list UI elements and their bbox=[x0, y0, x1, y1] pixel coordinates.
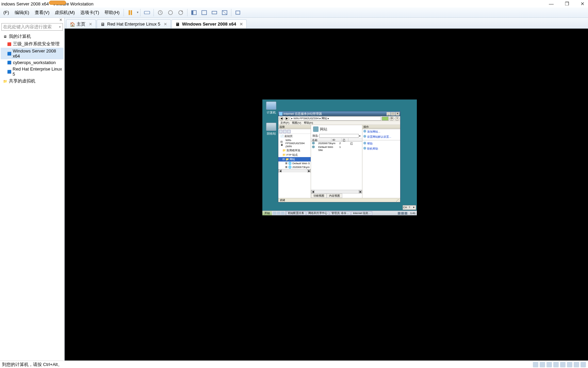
taskbar-clock[interactable]: 1:41 bbox=[409, 212, 417, 215]
tree-item-vm3[interactable]: 🟦 cyberops_workstation bbox=[1, 59, 64, 66]
device-icon[interactable] bbox=[540, 362, 545, 367]
iis-menu-view[interactable]: 视图(V) bbox=[292, 121, 301, 125]
device-icon[interactable] bbox=[574, 362, 579, 367]
console-button[interactable] bbox=[220, 8, 229, 17]
menu-edit[interactable]: 编辑(E) bbox=[12, 8, 32, 17]
manage-snapshots-button[interactable] bbox=[176, 8, 185, 17]
back-button[interactable]: ◀ bbox=[279, 117, 284, 121]
language-bar[interactable]: CH ? ▾ bbox=[403, 205, 416, 210]
list-hscrollbar[interactable]: ◀ ▶ bbox=[311, 190, 362, 193]
action-site-defaults[interactable]: 设置网站默认设置... bbox=[362, 134, 400, 139]
scroll-left-icon[interactable]: ◀ bbox=[311, 190, 314, 193]
go-button[interactable] bbox=[382, 117, 389, 121]
ql-item[interactable] bbox=[273, 212, 276, 215]
tab-redhat[interactable]: 🖥 Red Hat Enterprise Linux 5 ✕ bbox=[97, 19, 171, 28]
unity-button[interactable] bbox=[200, 8, 209, 17]
menu-file[interactable]: (F) bbox=[1, 9, 12, 16]
sidebar-search-input[interactable]: 在此处键入内容进行搜索 ▼ bbox=[1, 23, 63, 31]
iis-maximize-button[interactable]: □ bbox=[391, 112, 395, 116]
tree-app-pools[interactable]: 📁 应用程序池 bbox=[278, 148, 311, 153]
tab-home[interactable]: 🏠 主页 ✕ bbox=[66, 19, 96, 28]
col-name[interactable]: 名称 bbox=[311, 138, 331, 141]
maximize-button[interactable]: ❐ bbox=[563, 1, 571, 6]
revert-button[interactable] bbox=[166, 8, 175, 17]
guest-desktop[interactable]: 计算机 回收站 Internet 信息服务(IIS)管理器 _ □ ✕ bbox=[262, 99, 417, 215]
pause-dropdown-icon[interactable]: ▼ bbox=[136, 11, 139, 14]
tree-site-custom[interactable]: ⊞ 🌐 20200673bym bbox=[278, 165, 311, 169]
device-icon[interactable] bbox=[560, 362, 566, 367]
connect-button[interactable] bbox=[279, 130, 282, 133]
action-online-help[interactable]: 联机帮助 bbox=[362, 146, 400, 151]
taskbar-item[interactable]: 初始配置任务 bbox=[286, 211, 306, 215]
tab-close-button[interactable]: ✕ bbox=[89, 22, 92, 27]
tab-close-button[interactable]: ✕ bbox=[240, 22, 243, 27]
forward-button[interactable]: ▶ bbox=[284, 117, 289, 121]
tree-site-default[interactable]: ⊞ 🌐 Default Web S bbox=[278, 162, 311, 165]
tab-winserver[interactable]: 🖥 Windows Server 2008 x64 ✕ bbox=[172, 19, 247, 28]
ql-item[interactable] bbox=[281, 212, 284, 215]
tree-item-vm1[interactable]: 🟥 三级_操作系统安全管理 bbox=[1, 40, 64, 48]
scroll-right-icon[interactable]: ▶ bbox=[359, 190, 362, 193]
tree-item-vm4[interactable]: 🟦 Red Hat Enterprise Linux 5 bbox=[1, 66, 64, 77]
help-button[interactable]: ? bbox=[395, 117, 399, 121]
fullscreen-button[interactable] bbox=[190, 8, 198, 17]
menu-view[interactable]: 查看(V) bbox=[32, 8, 52, 17]
search-dropdown-icon[interactable]: ▼ bbox=[59, 26, 61, 29]
sidebar-close-button[interactable]: ✕ bbox=[0, 18, 64, 22]
tree-start-page[interactable]: 📄 起始页 bbox=[278, 134, 311, 138]
desktop-icon-recycle[interactable]: 回收站 bbox=[264, 123, 278, 136]
filter-go-button[interactable]: ▸ bbox=[359, 134, 361, 137]
iis-titlebar[interactable]: Internet 信息服务(IIS)管理器 _ □ ✕ bbox=[278, 111, 400, 116]
save-button[interactable] bbox=[283, 130, 287, 133]
minimize-button[interactable]: — bbox=[547, 1, 555, 6]
col-id[interactable]: ID bbox=[331, 138, 342, 141]
tree-server[interactable]: ⊟ 🖥 WIN-FPSM2U0ZS94 (WIN bbox=[278, 138, 311, 148]
device-icon[interactable] bbox=[546, 362, 552, 367]
action-add-site[interactable]: 添加网站... bbox=[362, 129, 400, 134]
tab-features-view[interactable]: 功能视图 bbox=[311, 194, 327, 198]
desktop-icon-computer[interactable]: 计算机 bbox=[264, 102, 278, 115]
vm-display-area[interactable]: 计算机 回收站 Internet 信息服务(IIS)管理器 _ □ ✕ bbox=[65, 29, 588, 361]
list-item[interactable]: Default Web Site 1 bbox=[311, 145, 362, 152]
lang-button[interactable]: CH bbox=[403, 205, 407, 210]
iis-minimize-button[interactable]: _ bbox=[387, 112, 391, 116]
tray-icon[interactable] bbox=[401, 212, 404, 215]
close-button[interactable]: ✕ bbox=[578, 1, 587, 6]
tray-icon[interactable] bbox=[405, 212, 407, 215]
scroll-right-icon[interactable]: ▶ bbox=[307, 169, 311, 172]
menu-help[interactable]: 帮助(H) bbox=[102, 8, 122, 17]
library-button[interactable] bbox=[233, 8, 242, 17]
list-item[interactable]: 20200673bym 2 已 bbox=[311, 142, 362, 145]
tree-root-mycomputer[interactable]: 🖥 我的计算机 bbox=[1, 33, 64, 40]
iis-menu-help[interactable]: 帮助(H) bbox=[304, 121, 313, 125]
device-icon[interactable] bbox=[567, 362, 572, 367]
iis-menu-file[interactable]: 文件(F) bbox=[280, 121, 289, 125]
stretch-button[interactable] bbox=[210, 8, 219, 17]
col-status[interactable]: 已 bbox=[342, 138, 348, 141]
menu-tabs[interactable]: 选项卡(T) bbox=[78, 8, 102, 17]
refresh-button[interactable] bbox=[287, 130, 291, 133]
tree-hscrollbar[interactable]: ◀ ▶ bbox=[278, 169, 311, 172]
ql-item[interactable] bbox=[277, 212, 280, 215]
lang-help-button[interactable]: ? bbox=[407, 205, 412, 210]
tree-root-shared[interactable]: 📁 共享的虚拟机 bbox=[1, 77, 64, 85]
menu-vm[interactable]: 虚拟机(M) bbox=[52, 8, 78, 17]
taskbar-item[interactable]: 管理员: 命令... bbox=[330, 211, 350, 215]
scroll-left-icon[interactable]: ◀ bbox=[278, 169, 282, 172]
scroll-track[interactable] bbox=[314, 190, 359, 193]
pause-button[interactable] bbox=[126, 8, 135, 17]
scroll-track[interactable] bbox=[282, 169, 307, 172]
lang-options-button[interactable]: ▾ bbox=[411, 205, 416, 210]
tray-icon[interactable] bbox=[398, 212, 401, 215]
filter-input[interactable] bbox=[319, 134, 359, 138]
iis-close-button[interactable]: ✕ bbox=[395, 112, 399, 116]
refresh-button[interactable]: ⟳ bbox=[389, 117, 394, 121]
tree-item-vm2[interactable]: 🟦 Windows Server 2008 x64 bbox=[1, 48, 64, 59]
taskbar-item[interactable]: Internet 信息... bbox=[351, 211, 372, 215]
tab-content-view[interactable]: 内容视图 bbox=[327, 194, 342, 198]
tree-ftp[interactable]: 📁 FTP 站点 bbox=[278, 153, 311, 157]
send-cad-button[interactable] bbox=[143, 8, 151, 17]
tab-close-button[interactable]: ✕ bbox=[164, 22, 167, 27]
device-icon[interactable] bbox=[533, 362, 538, 367]
device-icon[interactable] bbox=[581, 362, 586, 367]
